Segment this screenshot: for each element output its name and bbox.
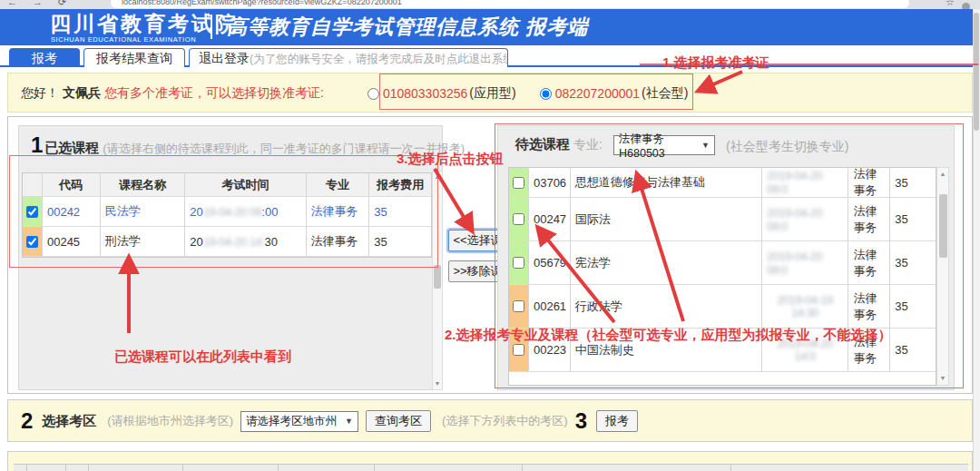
- table-row-00247[interactable]: 00247 国际法 2019-04-20 09:0 法律事务 35: [509, 198, 936, 241]
- scroll-up-icon[interactable]: ▲: [937, 170, 948, 179]
- area-result-table-header: [14, 464, 968, 471]
- exam-time-redacted: 2019-04-1914:30: [762, 285, 849, 328]
- course-checkbox-03706[interactable]: [513, 177, 524, 189]
- tab-result-query[interactable]: 报考结果查询: [83, 48, 185, 67]
- course-checkbox-00261[interactable]: [513, 300, 524, 312]
- user-name: 文佩兵: [63, 85, 101, 102]
- step-3-number: 3: [575, 408, 587, 434]
- area-select[interactable]: 请选择考区地市州 ▼: [240, 411, 358, 432]
- tab-bar: 报考 报考结果查询 退出登录(为了您的账号安全，请报考完成后及时点此退出系统!): [0, 45, 980, 67]
- chevron-down-icon: ▼: [701, 141, 710, 150]
- area-result-panel: [7, 451, 973, 471]
- annotation-step3: 3.选择后点击按钮: [397, 151, 504, 168]
- ticket-option-applied[interactable]: 010803303256 (应用型): [368, 85, 516, 102]
- scroll-up-icon[interactable]: ▲: [433, 172, 442, 182]
- submit-baokao-button[interactable]: 报考: [596, 410, 638, 432]
- exam-time-redacted: 2019-04-20 14:30: [185, 227, 306, 256]
- scroll-down-icon[interactable]: ▼: [433, 379, 442, 388]
- forward-icon[interactable]: →: [33, 0, 43, 7]
- table-row-00242[interactable]: 00242 民法学 2019-04-20 09:00 法律事务 35: [23, 197, 431, 227]
- selected-courses-table: 代码 课程名称 考试时间 专业 报考费用 00242 民法学 2019-04-2…: [22, 172, 432, 258]
- browser-toolbar: ← → ⟳ localhost:8080/RegExam/switchPage?…: [0, 0, 980, 9]
- ticket-radio-social[interactable]: [540, 88, 552, 100]
- course-checkbox-05679[interactable]: [513, 257, 524, 269]
- annotation-selected-list: 已选课程可以在此列表中看到: [114, 348, 291, 366]
- table-row-03706[interactable]: 03706 思想道德修养与法律基础 2019-04-20 09:0 法律事务 3…: [509, 168, 936, 198]
- exam-time-redacted: 2019-04-20 09:0: [762, 198, 849, 240]
- annotation-step2: 2.选择报考专业及课程（社会型可选专业，应用型为拟报专业，不能选择）: [445, 327, 892, 344]
- table-row-00245[interactable]: 00245 刑法学 2019-04-20 14:30 法律事务 35: [23, 227, 431, 257]
- ticket-radio-group: 010803303256 (应用型) 082207200001 (社会型): [368, 85, 712, 102]
- step-2-number: 2: [21, 408, 33, 434]
- app-header: 四川省教育考试院 SICHUAN EDUCATIONAL EXAMINATION…: [0, 9, 980, 45]
- system-title: 高等教育自学考试管理信息系统 报考端: [227, 14, 588, 41]
- url-text: localhost:8080/RegExam/switchPage?resour…: [122, 0, 402, 6]
- query-area-button[interactable]: 查询考区: [366, 410, 431, 432]
- step-1-number: 1: [31, 132, 43, 158]
- course-checkbox-00247[interactable]: [513, 213, 524, 225]
- bookmark-star-icon[interactable]: ☆: [946, 0, 955, 8]
- ticket-radio-applied[interactable]: [368, 88, 379, 100]
- course-checkbox-00242[interactable]: [26, 206, 38, 218]
- exam-time-redacted: 2019-04-20 09:0: [762, 168, 849, 197]
- table-row-00261[interactable]: 00261 行政法学 2019-04-1914:30 法律事务 35: [509, 285, 936, 329]
- ticket-switch-message: 您有多个准考证，可以选择切换准考证:: [104, 85, 324, 102]
- org-logo-subtext: SICHUAN EDUCATIONAL EXAMINATION: [51, 35, 196, 44]
- header-divider: [211, 15, 212, 39]
- course-checkbox-00245[interactable]: [26, 236, 38, 248]
- table-row-05679[interactable]: 05679 宪法学 2019-04-20 09:0 法律事务 35: [509, 241, 936, 285]
- address-bar[interactable]: localhost:8080/RegExam/switchPage?resour…: [111, 0, 909, 8]
- greeting-text: 您好！: [21, 85, 59, 102]
- exam-area-bar: 2 选择考区 (请根据地市州选择考区) 请选择考区地市州 ▼ 查询考区 (选择下…: [7, 399, 973, 442]
- major-select[interactable]: 法律事务H680503 ▼: [613, 135, 715, 155]
- ticket-option-social[interactable]: 082207200001 (社会型): [540, 85, 689, 102]
- exam-time-redacted: 2019-04-20 09:00: [185, 197, 306, 226]
- annotation-step1: 1.选择报考准考证: [662, 54, 769, 72]
- available-scrollbar-thumb[interactable]: [939, 194, 947, 258]
- reload-icon[interactable]: ⟳: [58, 0, 66, 8]
- chevron-down-icon: ▼: [345, 417, 353, 426]
- selected-table-header: 代码 课程名称 考试时间 专业 报考费用: [23, 173, 431, 197]
- exam-time-redacted: 2019-04-20 09:0: [762, 241, 849, 284]
- scroll-down-icon[interactable]: ▼: [937, 374, 948, 383]
- window-scrollbar-thumb[interactable]: [974, 13, 979, 131]
- available-courses-header: 待选课程 专业:: [515, 136, 603, 153]
- notice-bar: 您好！ 文佩兵 您有多个准考证，可以选择切换准考证: 010803303256 …: [7, 73, 973, 113]
- tab-logout[interactable]: 退出登录(为了您的账号安全，请报考完成后及时点此退出系统!): [189, 48, 508, 67]
- tab-baokao[interactable]: 报考: [9, 48, 80, 67]
- available-courses-table: 03706 思想道德修养与法律基础 2019-04-20 09:0 法律事务 3…: [508, 167, 936, 386]
- profile-avatar[interactable]: [962, 3, 970, 9]
- left-scrollbar-thumb[interactable]: [434, 265, 441, 289]
- course-checkbox-00223[interactable]: [513, 344, 524, 356]
- back-icon[interactable]: ←: [7, 0, 17, 7]
- major-switch-note: (社会型考生切换专业): [726, 139, 848, 155]
- logout-note: (为了您的账号安全，请报考完成后及时点此退出系统!): [250, 53, 508, 65]
